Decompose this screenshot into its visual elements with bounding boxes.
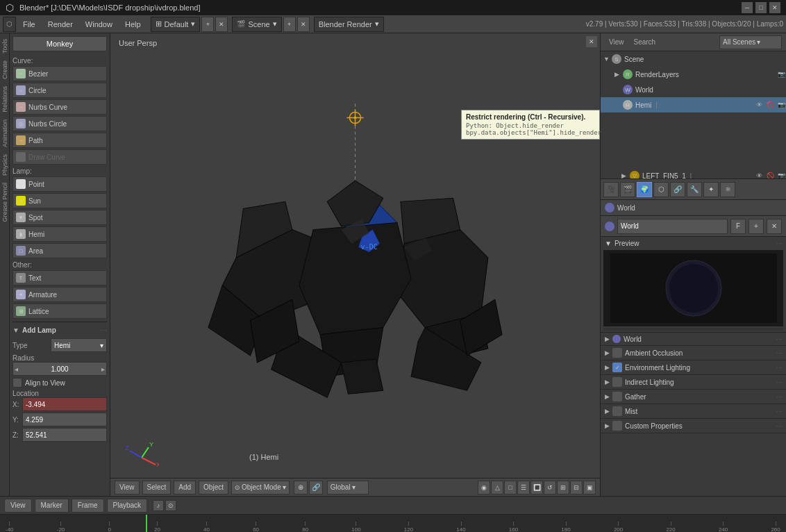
strip-tab-animation[interactable]: Animation: [1, 117, 9, 150]
viewport-icon-3[interactable]: □: [504, 481, 517, 494]
timeline-frame-button[interactable]: Frame: [72, 499, 104, 513]
scene-dropdown[interactable]: 🎬 Scene ▾: [232, 17, 281, 32]
world-add-button[interactable]: +: [749, 219, 764, 234]
onion-skin-icon[interactable]: ⊙: [165, 500, 176, 511]
lamp-type-dropdown[interactable]: Hemi ▾: [51, 338, 107, 352]
viewport[interactable]: User Persp ✕: [110, 33, 600, 496]
hemi-restrict-icon[interactable]: 🚫: [765, 100, 775, 110]
pivot-dropdown[interactable]: ⊕: [294, 481, 308, 494]
viewport-icon-6[interactable]: ↺: [544, 481, 556, 494]
audio-icon[interactable]: ♪: [153, 500, 164, 511]
preview-header[interactable]: ▼ Preview ···: [602, 238, 785, 249]
help-menu[interactable]: Help: [119, 17, 147, 32]
indirect-lighting-section[interactable]: ▶ Indirect Lighting ···: [601, 375, 786, 390]
render-menu[interactable]: Render: [42, 17, 78, 32]
remove-workspace-button[interactable]: ✕: [215, 17, 228, 32]
viewport-close-button[interactable]: ✕: [586, 36, 597, 47]
world-remove-button[interactable]: ✕: [767, 219, 782, 234]
bezier-button[interactable]: ~ Bezier: [12, 66, 107, 81]
hemi-camera-icon[interactable]: 📷: [776, 100, 786, 110]
mist-section[interactable]: ▶ Mist ···: [601, 404, 786, 419]
lattice-button[interactable]: ⊞ Lattice: [12, 304, 107, 319]
viewport-mode-dropdown[interactable]: ⊙ Object Mode ▾: [231, 481, 290, 494]
workspace-dropdown[interactable]: ⊞ Default ▾: [151, 17, 201, 32]
add-scene-button[interactable]: +: [283, 17, 296, 32]
nurbs-curve-button[interactable]: ~ Nurbs Curve: [12, 99, 107, 115]
outliner-renderlayers[interactable]: ▶ R RenderLayers 📷: [601, 67, 786, 82]
strip-tab-physics[interactable]: Physics: [1, 151, 9, 178]
all-scenes-dropdown[interactable]: All Scenes ▾: [719, 35, 782, 49]
y-value[interactable]: 4.259: [22, 413, 107, 426]
viewport-view-button[interactable]: View: [115, 481, 140, 494]
add-lamp-header[interactable]: ▼ Add Lamp ····: [12, 325, 107, 335]
point-button[interactable]: · Point: [12, 176, 107, 192]
outliner-scene[interactable]: ▼ S Scene: [601, 51, 786, 67]
x-value[interactable]: -3.494: [22, 397, 107, 411]
fin1-restrict-icon[interactable]: 🚫: [765, 171, 775, 179]
timeline-ruler[interactable]: -40 -20 0 20 40 60 80 100 120 140 160 18…: [0, 515, 786, 532]
timeline-playback-button[interactable]: Playback: [107, 499, 148, 513]
snap-dropdown[interactable]: 🔗: [309, 481, 323, 494]
constraints-props-icon[interactable]: 🔗: [670, 182, 685, 197]
draw-curve-button[interactable]: ✏ Draw Curve: [12, 149, 107, 165]
global-dropdown[interactable]: Global ▾: [327, 481, 369, 494]
close-button[interactable]: ✕: [769, 2, 780, 13]
viewport-icon-7[interactable]: ⊞: [557, 481, 569, 494]
window-menu[interactable]: Window: [80, 17, 118, 32]
outliner-world[interactable]: W World: [601, 82, 786, 97]
circle-button[interactable]: ○ Circle: [12, 83, 107, 98]
world-f-button[interactable]: F: [730, 219, 746, 234]
render-engine-dropdown[interactable]: Blender Render ▾: [314, 17, 384, 32]
add-workspace-button[interactable]: +: [201, 17, 214, 32]
render-props-icon[interactable]: 🎥: [603, 182, 619, 197]
world-section[interactable]: ▶ World ···: [601, 333, 786, 346]
strip-tab-create[interactable]: Create: [1, 58, 9, 82]
viewport-icon-1[interactable]: ◉: [478, 481, 490, 494]
radius-slider[interactable]: ◂ 1.000 ▸: [12, 362, 107, 376]
strip-tab-relations[interactable]: Relations: [1, 83, 9, 115]
ambient-occlusion-section[interactable]: ▶ Ambient Occlusion ···: [601, 346, 786, 360]
align-to-view-checkbox[interactable]: [12, 378, 22, 388]
outliner-view-tab[interactable]: View: [605, 37, 628, 47]
viewport-object-button[interactable]: Object: [199, 481, 228, 494]
world-props-icon active[interactable]: 🌍: [637, 182, 652, 197]
viewport-icon-8[interactable]: ⊟: [570, 481, 583, 494]
strip-tab-grease-pencil[interactable]: Grease Pencil: [1, 180, 9, 225]
monkey-button[interactable]: Monkey: [12, 36, 107, 51]
outliner-search-tab[interactable]: Search: [630, 37, 660, 47]
world-name-input[interactable]: [617, 219, 728, 234]
modifiers-props-icon[interactable]: 🔧: [687, 182, 702, 197]
custom-properties-section[interactable]: ▶ Custom Properties ···: [601, 419, 786, 433]
window-controls[interactable]: ─ □ ✕: [742, 2, 780, 13]
scene-props-icon[interactable]: 🎬: [620, 182, 635, 197]
physics-props-icon[interactable]: ⚛: [720, 182, 735, 197]
sun-button[interactable]: ☀ Sun: [12, 193, 107, 208]
renderlayers-camera-icon[interactable]: 📷: [776, 69, 786, 79]
hemi-button[interactable]: ◗ Hemi: [12, 226, 107, 242]
hemi-eye-icon[interactable]: 👁: [754, 100, 764, 110]
path-button[interactable]: → Path: [12, 133, 107, 148]
strip-tab-tools[interactable]: Tools: [1, 36, 9, 56]
particles-props-icon[interactable]: ✦: [703, 182, 719, 197]
viewport-icon-4[interactable]: ☰: [517, 481, 530, 494]
viewport-icon-9[interactable]: ▣: [583, 481, 596, 494]
area-button[interactable]: □ Area: [12, 243, 107, 258]
viewport-icon-5[interactable]: 🔳: [530, 481, 543, 494]
minimize-button[interactable]: ─: [742, 2, 753, 13]
align-to-view-row[interactable]: Align to View: [12, 378, 107, 388]
fin1-eye-icon[interactable]: 👁: [754, 171, 764, 179]
armature-button[interactable]: ✦ Armature: [12, 287, 107, 302]
fin1-camera-icon[interactable]: 📷: [776, 171, 786, 179]
text-button[interactable]: T Text: [12, 270, 107, 285]
remove-scene-button[interactable]: ✕: [297, 17, 310, 32]
environment-lighting-section[interactable]: ▶ ✓ Environment Lighting ···: [601, 360, 786, 375]
outliner-left-fin1[interactable]: ▶ ▽ LEFT_FIN5_1 | 👁 🚫 📷: [601, 168, 786, 179]
gather-section[interactable]: ▶ Gather ···: [601, 390, 786, 404]
timeline-view-button[interactable]: View: [4, 499, 32, 513]
spot-button[interactable]: ▼ Spot: [12, 210, 107, 225]
z-value[interactable]: 52.541: [22, 428, 107, 442]
nurbs-circle-button[interactable]: ◎ Nurbs Circle: [12, 116, 107, 131]
outliner-hemi[interactable]: H Hemi | 👁 🚫 📷: [601, 97, 786, 113]
viewport-icon-2[interactable]: △: [491, 481, 503, 494]
timeline-marker-button[interactable]: Marker: [35, 499, 69, 513]
